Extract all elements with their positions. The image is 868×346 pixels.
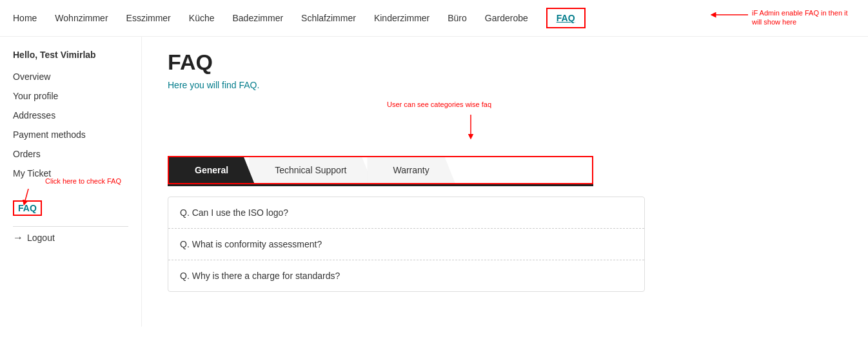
faq-tabs-wrapper: General Technical Support Warranty [168,156,593,184]
nav-garderobe[interactable]: Garderobe [485,13,528,23]
main-layout: Hello, Test Vimirlab Overview Your profi… [0,37,868,327]
sidebar: Hello, Test Vimirlab Overview Your profi… [0,37,142,327]
tab-warranty[interactable]: Warranty [367,157,455,183]
admin-note-arrow-icon [711,8,749,28]
sidebar-divider [13,226,128,227]
category-note-text: User can see categories wise faq [387,101,491,108]
tab-general[interactable]: General [169,157,254,183]
logout-label: Logout [27,233,55,243]
sidebar-item-faq-wrapper: Click here to check FAQ FAQ [13,187,128,216]
logout-icon: → [13,232,23,244]
faq-content: FAQ Here you will find FAQ. User can see… [142,37,868,327]
faq-item-3[interactable]: Q. Why is there a charge for standards? [168,260,644,291]
tab-technical-support[interactable]: Technical Support [249,157,372,183]
nav-home[interactable]: Home [13,13,37,23]
faq-subtitle: Here you will find FAQ. [168,80,842,90]
nav-badezimmer[interactable]: Badezimmer [233,13,284,23]
faq-tabs: General Technical Support Warranty [169,157,592,183]
faq-list: Q. Can I use the ISO logo? Q. What is co… [168,197,645,292]
click-faq-note: Click here to check FAQ [45,177,121,185]
nav-wohnzimmer[interactable]: Wohnzimmer [55,13,108,23]
logout-link[interactable]: → Logout [13,232,128,244]
faq-item-2[interactable]: Q. What is conformity assessment? [168,229,644,260]
nav-buro[interactable]: Büro [448,13,467,23]
category-annotation: User can see categories wise faq [168,106,842,138]
faq-admin-annotation: iF Admin enable FAQ in then it will show… [711,8,855,28]
sidebar-menu: Overview Your profile Addresses Payment … [13,72,128,216]
sidebar-item-payment[interactable]: Payment methods [13,130,128,140]
sidebar-greeting: Hello, Test Vimirlab [13,50,128,60]
sidebar-item-addresses[interactable]: Addresses [13,110,128,120]
faq-page-title: FAQ [168,50,842,75]
top-navigation: Home Wohnzimmer Esszimmer Küche Badezimm… [0,0,868,37]
nav-kinderzimmer[interactable]: Kinderzimmer [374,13,429,23]
sidebar-item-profile[interactable]: Your profile [13,91,128,101]
svg-line-1 [25,189,28,203]
tabs-underline [168,184,593,186]
nav-schlafzimmer[interactable]: Schlafzimmer [301,13,356,23]
sidebar-item-orders[interactable]: Orders [13,149,128,159]
category-note-arrow-icon [461,115,480,140]
sidebar-item-overview[interactable]: Overview [13,72,128,82]
faq-item-1[interactable]: Q. Can I use the ISO logo? [168,197,644,229]
admin-note-text: iF Admin enable FAQ in then it will show… [752,8,855,27]
nav-kuche[interactable]: Küche [189,13,215,23]
nav-esszimmer[interactable]: Esszimmer [126,13,171,23]
click-note-arrow-icon [19,189,39,207]
nav-faq[interactable]: FAQ [546,8,586,28]
